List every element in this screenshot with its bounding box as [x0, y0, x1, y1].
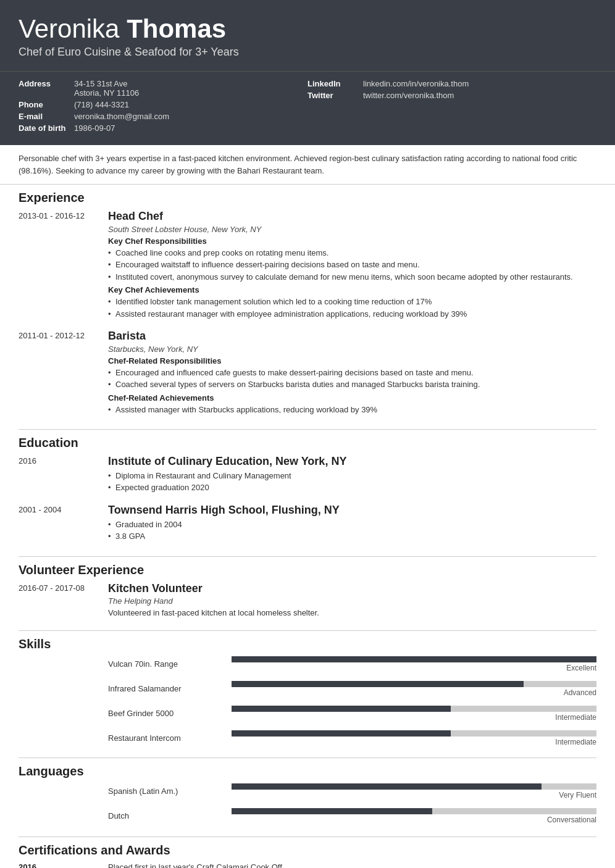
- skill-name-2: Beef Grinder 5000: [108, 709, 232, 718]
- address-label: Address: [19, 79, 74, 88]
- linkedin-row: LinkedIn linkedin.com/in/veronika.thom: [308, 79, 596, 88]
- twitter-label: Twitter: [308, 91, 363, 100]
- exp-resp-label-1: Chef-Related Responsibilities: [108, 356, 596, 365]
- edu-date-0: 2016: [19, 455, 108, 496]
- linkedin-value: linkedin.com/in/veronika.thom: [363, 79, 469, 88]
- education-title: Education: [19, 436, 596, 450]
- education-section: Education 2016 Institute of Culinary Edu…: [19, 436, 596, 556]
- vol-title-0: Kitchen Volunteer: [108, 582, 596, 596]
- list-item: Assisted manager with Starbucks applicat…: [108, 404, 596, 416]
- cert-row-0: 2016 Placed first in last year's Craft C…: [19, 862, 596, 868]
- lang-bar-fill-0: [232, 783, 542, 790]
- email-row: E-mail veronika.thom@gmail.com: [19, 112, 308, 121]
- contact-col-left: Address 34-15 31st Ave Astoria, NY 11106…: [19, 79, 308, 135]
- experience-title: Experience: [19, 191, 596, 205]
- edu-entry-0: 2016 Institute of Culinary Education, Ne…: [19, 455, 596, 496]
- skill-bar-fill-3: [232, 730, 451, 737]
- skill-bar-area-0: Excellent: [232, 656, 596, 672]
- volunteer-title: Volunteer Experience: [19, 563, 596, 577]
- skill-row-1: Infrared Salamander Advanced: [19, 681, 596, 697]
- list-item: 3.8 GPA: [108, 530, 596, 543]
- contact-section: Address 34-15 31st Ave Astoria, NY 11106…: [0, 71, 615, 145]
- edu-list-1: Graduated in 2004 3.8 GPA: [108, 519, 596, 543]
- first-name: Veronika: [19, 14, 127, 43]
- list-item: Identified lobster tank management solut…: [108, 296, 596, 308]
- skill-bar-track-0: [232, 656, 596, 662]
- skill-bar-area-1: Advanced: [232, 681, 596, 697]
- experience-entry-0: 2013-01 - 2016-12 Head Chef South Street…: [19, 210, 596, 322]
- lang-bar-fill-1: [232, 808, 432, 814]
- skill-row-3: Restaurant Intercom Intermediate: [19, 730, 596, 746]
- list-item: Instituted covert, anonymous survey to c…: [108, 271, 596, 283]
- address-row: Address 34-15 31st Ave Astoria, NY 11106: [19, 79, 308, 98]
- summary-section: Personable chef with 3+ years expertise …: [0, 145, 615, 185]
- exp-date-0: 2013-01 - 2016-12: [19, 210, 108, 322]
- phone-row: Phone (718) 444-3321: [19, 100, 308, 109]
- list-item: Assisted restaurant manager with employe…: [108, 308, 596, 320]
- skill-bar-area-2: Intermediate: [232, 706, 596, 722]
- job-title: Chef of Euro Cuisine & Seafood for 3+ Ye…: [19, 46, 596, 59]
- skill-name-1: Infrared Salamander: [108, 684, 232, 693]
- vol-entry-0: 2016-07 - 2017-08 Kitchen Volunteer The …: [19, 582, 596, 619]
- volunteer-section: Volunteer Experience 2016-07 - 2017-08 K…: [19, 563, 596, 631]
- languages-title: Languages: [19, 764, 596, 778]
- vol-org-0: The Helping Hand: [108, 596, 596, 606]
- exp-resp-label-0: Key Chef Responsibilities: [108, 236, 596, 246]
- lang-bar-track-1: [232, 808, 596, 814]
- phone-label: Phone: [19, 100, 74, 109]
- email-value: veronika.thom@gmail.com: [74, 112, 169, 121]
- exp-resp-list-0: Coached line cooks and prep cooks on rot…: [108, 247, 596, 283]
- contact-col-right: LinkedIn linkedin.com/in/veronika.thom T…: [308, 79, 596, 135]
- lang-name-1: Dutch: [108, 811, 232, 820]
- certifications-section: Certifications and Awards 2016 Placed fi…: [19, 843, 596, 868]
- exp-title-1: Barista: [108, 330, 596, 343]
- experience-entry-1: 2011-01 - 2012-12 Barista Starbucks, New…: [19, 330, 596, 418]
- vol-date-0: 2016-07 - 2017-08: [19, 582, 108, 619]
- main-content: Experience 2013-01 - 2016-12 Head Chef S…: [0, 191, 615, 868]
- email-label: E-mail: [19, 112, 74, 121]
- exp-date-1: 2011-01 - 2012-12: [19, 330, 108, 418]
- summary-text: Personable chef with 3+ years expertise …: [19, 154, 577, 175]
- skill-row-2: Beef Grinder 5000 Intermediate: [19, 706, 596, 722]
- skill-name-0: Vulcan 70in. Range: [108, 659, 232, 669]
- exp-ach-label-0: Key Chef Achievements: [108, 285, 596, 294]
- languages-section: Languages Spanish (Latin Am.) Very Fluen…: [19, 764, 596, 837]
- skill-bar-track-2: [232, 706, 596, 712]
- skill-name-3: Restaurant Intercom: [108, 733, 232, 743]
- vol-desc-0: Volunteered in fast-paced kitchen at loc…: [108, 607, 596, 619]
- exp-title-0: Head Chef: [108, 210, 596, 223]
- experience-section: Experience 2013-01 - 2016-12 Head Chef S…: [19, 191, 596, 430]
- certifications-title: Certifications and Awards: [19, 843, 596, 858]
- name-display: Veronika Thomas: [19, 15, 596, 43]
- skill-bar-fill-1: [232, 681, 524, 687]
- dob-value: 1986-09-07: [74, 123, 115, 133]
- exp-ach-label-1: Chef-Related Achievements: [108, 393, 596, 403]
- lang-level-0: Very Fluent: [559, 791, 596, 799]
- cert-year-0: 2016: [19, 862, 108, 868]
- skill-level-1: Advanced: [564, 688, 596, 697]
- lang-row-1: Dutch Conversational: [19, 808, 596, 824]
- skills-section: Skills Vulcan 70in. Range Excellent Infr…: [19, 637, 596, 758]
- exp-org-0: South Street Lobster House, New York, NY: [108, 225, 596, 234]
- lang-bar-area-1: Conversational: [232, 808, 596, 824]
- twitter-row: Twitter twitter.com/veronika.thom: [308, 91, 596, 100]
- edu-list-0: Diploma in Restaurant and Culinary Manag…: [108, 470, 596, 494]
- list-item: Diploma in Restaurant and Culinary Manag…: [108, 470, 596, 482]
- skill-bar-track-1: [232, 681, 596, 687]
- skill-level-0: Excellent: [566, 664, 596, 672]
- list-item: Coached several types of servers on Star…: [108, 378, 596, 391]
- twitter-value: twitter.com/veronika.thom: [363, 91, 454, 100]
- skill-row-0: Vulcan 70in. Range Excellent: [19, 656, 596, 672]
- skill-level-2: Intermediate: [555, 713, 596, 722]
- exp-resp-list-1: Encouraged and influenced cafe guests to…: [108, 367, 596, 391]
- list-item: Coached line cooks and prep cooks on rot…: [108, 247, 596, 259]
- last-name: Thomas: [127, 14, 226, 43]
- lang-row-0: Spanish (Latin Am.) Very Fluent: [19, 783, 596, 799]
- list-item: Encouraged and influenced cafe guests to…: [108, 367, 596, 379]
- header-section: Veronika Thomas Chef of Euro Cuisine & S…: [0, 0, 615, 71]
- address-value: 34-15 31st Ave Astoria, NY 11106: [74, 79, 139, 98]
- list-item: Expected graduation 2020: [108, 482, 596, 494]
- skill-bar-fill-2: [232, 706, 451, 712]
- exp-content-1: Barista Starbucks, New York, NY Chef-Rel…: [108, 330, 596, 418]
- skills-title: Skills: [19, 637, 596, 651]
